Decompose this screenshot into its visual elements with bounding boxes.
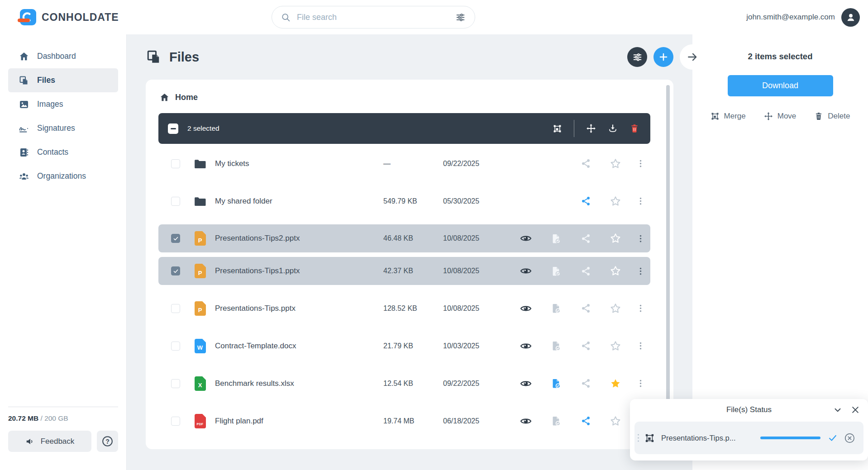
file-convert-icon[interactable] xyxy=(550,233,562,244)
chevron-down-icon[interactable] xyxy=(833,405,843,415)
table-row[interactable]: WContract-Template.docx21.79 KB10/03/202… xyxy=(158,327,650,365)
star-icon[interactable] xyxy=(610,158,621,170)
file-date: 06/18/2025 xyxy=(443,417,511,425)
share-icon[interactable] xyxy=(581,303,591,313)
table-row[interactable]: PPresentations-Tips1.pptx42.37 KB10/08/2… xyxy=(158,257,650,285)
search-input[interactable] xyxy=(297,13,449,22)
share-icon[interactable] xyxy=(581,196,591,206)
file-convert-icon[interactable] xyxy=(550,378,562,389)
preview-eye-icon[interactable] xyxy=(520,265,532,277)
close-icon[interactable] xyxy=(851,405,860,414)
sidebar-item-organizations[interactable]: Organizations xyxy=(8,164,118,188)
star-icon[interactable] xyxy=(610,303,621,314)
cancel-circle-icon[interactable] xyxy=(844,432,855,444)
table-row[interactable]: PPresentations-Tips2.pptx46.48 KB10/08/2… xyxy=(158,224,650,252)
row-checkbox[interactable] xyxy=(171,266,180,275)
file-name[interactable]: Presentations-Tips2.pptx xyxy=(215,234,383,243)
collapse-panel-button[interactable] xyxy=(680,44,705,70)
view-options-button[interactable] xyxy=(627,47,647,67)
move-icon[interactable] xyxy=(586,123,596,133)
help-button[interactable]: ? xyxy=(97,431,118,452)
kebab-menu-icon[interactable] xyxy=(636,196,645,206)
kebab-menu-icon[interactable] xyxy=(636,266,645,276)
file-name[interactable]: Contract-Template.docx xyxy=(215,342,383,351)
row-checkbox[interactable] xyxy=(171,342,180,351)
share-icon[interactable] xyxy=(581,378,591,389)
drag-handle-icon[interactable] xyxy=(638,434,639,442)
search-icon xyxy=(281,13,291,22)
preview-eye-icon[interactable] xyxy=(520,233,532,244)
table-row[interactable]: XBenchmark results.xlsx12.54 KB09/22/202… xyxy=(158,365,650,402)
folder-icon xyxy=(193,195,207,208)
file-convert-icon[interactable] xyxy=(550,340,562,351)
delete-button[interactable]: Delete xyxy=(814,112,850,121)
preview-eye-icon[interactable] xyxy=(520,378,532,389)
file-name[interactable]: Flight plan.pdf xyxy=(215,417,383,426)
check-icon xyxy=(828,433,838,443)
share-icon[interactable] xyxy=(581,158,591,169)
move-button[interactable]: Move xyxy=(764,112,796,121)
select-all-checkbox[interactable] xyxy=(168,123,178,134)
file-convert-icon[interactable] xyxy=(550,415,562,427)
kebab-menu-icon[interactable] xyxy=(636,341,645,351)
merge-button[interactable]: Merge xyxy=(711,112,746,121)
share-icon[interactable] xyxy=(581,416,591,426)
merge-icon[interactable] xyxy=(553,124,562,133)
avatar[interactable] xyxy=(841,8,860,27)
preview-eye-icon[interactable] xyxy=(520,415,532,427)
star-icon[interactable] xyxy=(610,340,621,352)
row-checkbox[interactable] xyxy=(171,379,180,388)
arrow-right-icon xyxy=(687,51,698,63)
table-row[interactable]: PPresentations-Tips.pptx128.52 KB10/08/2… xyxy=(158,290,650,327)
file-size: 42.37 KB xyxy=(383,267,443,275)
share-icon[interactable] xyxy=(581,266,591,276)
table-row[interactable]: My tickets—09/22/2025 xyxy=(158,145,650,182)
row-checkbox[interactable] xyxy=(171,304,180,313)
file-name[interactable]: My tickets xyxy=(215,159,383,168)
brand-logo[interactable]: CONHOLDATE xyxy=(0,9,127,25)
kebab-menu-icon[interactable] xyxy=(636,234,645,243)
file-list-card: Home 2 selected My tickets—09/22/2025My … xyxy=(146,80,673,449)
download-icon[interactable] xyxy=(608,123,618,133)
kebab-menu-icon[interactable] xyxy=(636,304,645,313)
add-button[interactable] xyxy=(653,47,673,67)
trash-icon[interactable] xyxy=(630,123,639,133)
share-icon[interactable] xyxy=(581,233,591,244)
sliders-icon[interactable] xyxy=(455,12,466,23)
breadcrumb[interactable]: Home xyxy=(146,87,209,108)
download-button[interactable]: Download xyxy=(728,75,833,96)
star-icon[interactable] xyxy=(610,415,621,427)
row-checkbox[interactable] xyxy=(171,234,180,243)
sidebar-item-dashboard[interactable]: Dashboard xyxy=(8,44,118,68)
file-size: 19.74 MB xyxy=(383,417,443,425)
feedback-button[interactable]: Feedback xyxy=(8,431,91,452)
preview-eye-icon[interactable] xyxy=(520,303,532,314)
scrollbar-thumb[interactable] xyxy=(666,85,670,422)
sidebar-item-contacts[interactable]: Contacts xyxy=(8,140,118,164)
file-name[interactable]: Benchmark results.xlsx xyxy=(215,379,383,388)
preview-eye-icon[interactable] xyxy=(520,340,532,352)
sidebar-item-images[interactable]: Images xyxy=(8,92,118,116)
star-icon[interactable] xyxy=(610,195,621,207)
table-row[interactable]: PDFFlight plan.pdf19.74 MB06/18/2025 xyxy=(158,402,650,440)
row-checkbox[interactable] xyxy=(171,159,180,168)
status-item-name: Presentations-Tips.p... xyxy=(661,434,735,442)
row-checkbox[interactable] xyxy=(171,417,180,426)
kebab-menu-icon[interactable] xyxy=(636,379,645,388)
file-convert-icon[interactable] xyxy=(550,303,562,314)
row-checkbox[interactable] xyxy=(171,197,180,206)
conholdate-logo-icon xyxy=(20,9,36,25)
star-icon[interactable] xyxy=(610,233,621,244)
star-icon[interactable] xyxy=(610,265,621,277)
file-name[interactable]: My shared folder xyxy=(215,197,383,206)
share-icon[interactable] xyxy=(581,341,591,351)
file-name[interactable]: Presentations-Tips.pptx xyxy=(215,304,383,313)
storage-usage: 20.72 MB / 200 GB xyxy=(8,414,118,423)
star-icon[interactable] xyxy=(610,378,621,389)
sidebar-item-files[interactable]: Files xyxy=(8,68,118,92)
file-name[interactable]: Presentations-Tips1.pptx xyxy=(215,266,383,275)
file-convert-icon[interactable] xyxy=(550,266,562,277)
kebab-menu-icon[interactable] xyxy=(636,159,645,168)
table-row[interactable]: My shared folder549.79 KB05/30/2025 xyxy=(158,182,650,220)
sidebar-item-signatures[interactable]: Signatures xyxy=(8,116,118,140)
